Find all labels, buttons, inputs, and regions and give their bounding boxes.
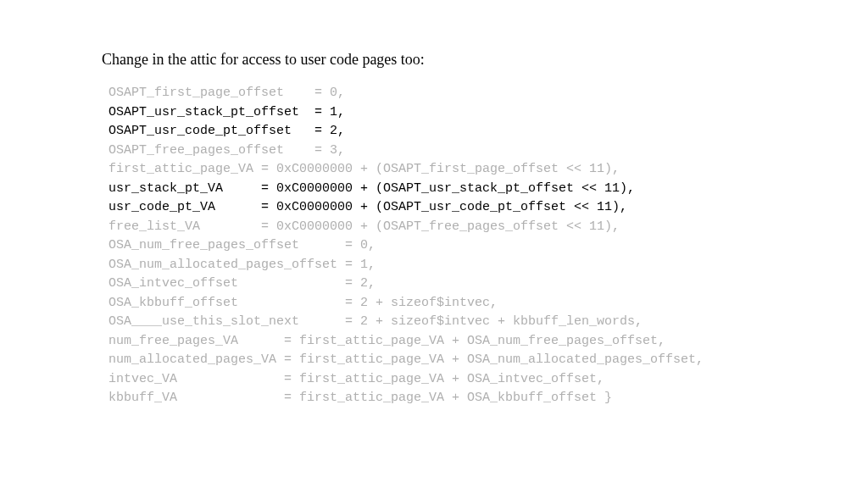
code-line: first_attic_page_VA = 0xC0000000 + (OSAP… — [108, 160, 766, 180]
code-block: OSAPT_first_page_offset = 0,OSAPT_usr_st… — [102, 84, 766, 408]
code-line: OSA_kbbuff_offset = 2 + sizeof$intvec, — [108, 294, 766, 313]
code-line: free_list_VA = 0xC0000000 + (OSAPT_free_… — [108, 218, 766, 237]
code-line: OSA_num_allocated_pages_offset = 1, — [108, 256, 766, 275]
code-line: OSA____use_this_slot_next = 2 + sizeof$i… — [108, 313, 766, 332]
code-line: OSAPT_first_page_offset = 0, — [108, 84, 766, 103]
code-line: OSA_intvec_offset = 2, — [108, 274, 766, 294]
code-line: OSA_num_free_pages_offset = 0, — [108, 236, 766, 256]
code-line: OSAPT_usr_stack_pt_offset = 1, — [108, 103, 766, 123]
code-line: OSAPT_free_pages_offset = 3, — [108, 141, 766, 161]
code-line: intvec_VA = first_attic_page_VA + OSA_in… — [108, 370, 766, 390]
code-line: usr_stack_pt_VA = 0xC0000000 + (OSAPT_us… — [108, 180, 766, 199]
code-line: num_allocated_pages_VA = first_attic_pag… — [108, 351, 766, 370]
code-line: kbbuff_VA = first_attic_page_VA + OSA_kb… — [108, 389, 766, 408]
code-line: usr_code_pt_VA = 0xC0000000 + (OSAPT_usr… — [108, 198, 766, 218]
section-heading: Change in the attic for access to user c… — [102, 51, 766, 69]
code-line: num_free_pages_VA = first_attic_page_VA … — [108, 332, 766, 352]
code-line: OSAPT_usr_code_pt_offset = 2, — [108, 122, 766, 141]
